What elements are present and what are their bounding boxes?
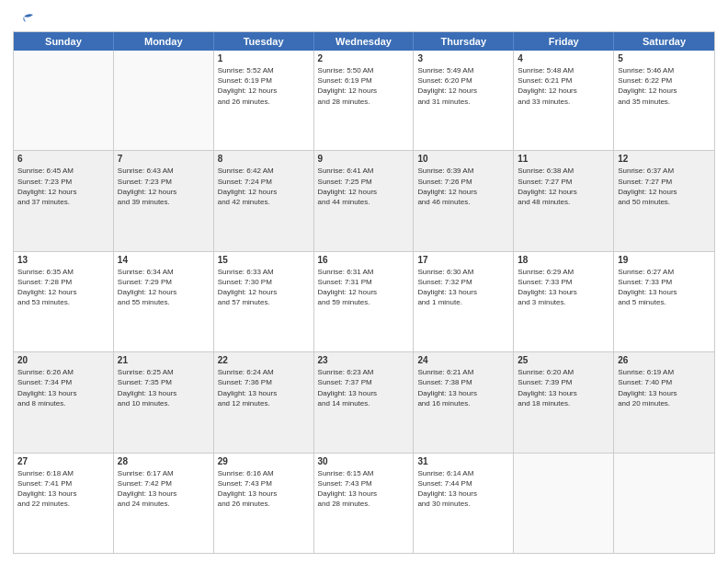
day-info: Sunrise: 6:14 AM Sunset: 7:44 PM Dayligh… <box>417 468 509 510</box>
day-info: Sunrise: 5:50 AM Sunset: 6:19 PM Dayligh… <box>318 65 410 107</box>
day-number: 12 <box>618 154 711 164</box>
calendar: SundayMondayTuesdayWednesdayThursdayFrid… <box>13 31 715 554</box>
day-number: 29 <box>218 456 310 466</box>
calendar-cell: 2Sunrise: 5:50 AM Sunset: 6:19 PM Daylig… <box>314 51 415 150</box>
day-info: Sunrise: 6:18 AM Sunset: 7:41 PM Dayligh… <box>17 468 109 510</box>
calendar-row-1: 1Sunrise: 5:52 AM Sunset: 6:19 PM Daylig… <box>14 51 714 151</box>
calendar-cell: 22Sunrise: 6:24 AM Sunset: 7:36 PM Dayli… <box>214 352 314 452</box>
day-number: 16 <box>318 255 410 265</box>
day-info: Sunrise: 6:35 AM Sunset: 7:28 PM Dayligh… <box>17 267 109 308</box>
page: SundayMondayTuesdayWednesdayThursdayFrid… <box>0 0 728 563</box>
calendar-cell: 7Sunrise: 6:43 AM Sunset: 7:23 PM Daylig… <box>114 151 214 250</box>
day-number: 20 <box>17 355 109 365</box>
calendar-cell: 17Sunrise: 6:30 AM Sunset: 7:32 PM Dayli… <box>414 252 514 351</box>
header-day-thursday: Thursday <box>414 32 514 51</box>
day-number: 26 <box>618 355 711 365</box>
day-number: 15 <box>218 255 310 265</box>
calendar-cell: 4Sunrise: 5:48 AM Sunset: 6:21 PM Daylig… <box>514 51 614 150</box>
day-info: Sunrise: 6:34 AM Sunset: 7:29 PM Dayligh… <box>118 267 210 308</box>
calendar-row-5: 27Sunrise: 6:18 AM Sunset: 7:41 PM Dayli… <box>14 454 714 553</box>
day-info: Sunrise: 6:41 AM Sunset: 7:25 PM Dayligh… <box>318 166 410 207</box>
day-info: Sunrise: 6:43 AM Sunset: 7:23 PM Dayligh… <box>118 166 210 207</box>
day-info: Sunrise: 6:39 AM Sunset: 7:26 PM Dayligh… <box>417 166 509 207</box>
day-info: Sunrise: 6:30 AM Sunset: 7:32 PM Dayligh… <box>417 267 509 308</box>
calendar-cell: 14Sunrise: 6:34 AM Sunset: 7:29 PM Dayli… <box>114 252 214 351</box>
calendar-cell: 11Sunrise: 6:38 AM Sunset: 7:27 PM Dayli… <box>514 151 614 250</box>
day-info: Sunrise: 5:46 AM Sunset: 6:22 PM Dayligh… <box>618 65 711 107</box>
day-number: 13 <box>17 255 109 265</box>
day-info: Sunrise: 6:17 AM Sunset: 7:42 PM Dayligh… <box>118 468 210 510</box>
day-info: Sunrise: 6:31 AM Sunset: 7:31 PM Dayligh… <box>318 267 410 308</box>
day-info: Sunrise: 6:29 AM Sunset: 7:33 PM Dayligh… <box>518 267 609 308</box>
calendar-cell: 8Sunrise: 6:42 AM Sunset: 7:24 PM Daylig… <box>214 151 314 250</box>
calendar-cell: 26Sunrise: 6:19 AM Sunset: 7:40 PM Dayli… <box>614 352 714 452</box>
calendar-cell: 19Sunrise: 6:27 AM Sunset: 7:33 PM Dayli… <box>614 252 714 351</box>
calendar-cell: 25Sunrise: 6:20 AM Sunset: 7:39 PM Dayli… <box>514 352 614 452</box>
calendar-cell: 3Sunrise: 5:49 AM Sunset: 6:20 PM Daylig… <box>414 51 514 150</box>
calendar-cell: 31Sunrise: 6:14 AM Sunset: 7:44 PM Dayli… <box>414 454 514 553</box>
day-info: Sunrise: 6:27 AM Sunset: 7:33 PM Dayligh… <box>618 267 711 308</box>
day-number: 17 <box>417 255 509 265</box>
day-number: 6 <box>17 154 109 164</box>
day-number: 8 <box>218 154 310 164</box>
day-info: Sunrise: 6:38 AM Sunset: 7:27 PM Dayligh… <box>518 166 609 207</box>
day-number: 14 <box>118 255 210 265</box>
calendar-cell: 28Sunrise: 6:17 AM Sunset: 7:42 PM Dayli… <box>114 454 214 553</box>
day-number: 9 <box>318 154 410 164</box>
calendar-cell: 27Sunrise: 6:18 AM Sunset: 7:41 PM Dayli… <box>14 454 114 553</box>
day-info: Sunrise: 5:48 AM Sunset: 6:21 PM Dayligh… <box>518 65 609 107</box>
day-number: 5 <box>618 53 711 63</box>
day-info: Sunrise: 6:21 AM Sunset: 7:38 PM Dayligh… <box>417 367 509 408</box>
day-info: Sunrise: 6:19 AM Sunset: 7:40 PM Dayligh… <box>618 367 711 408</box>
day-number: 1 <box>218 53 310 63</box>
calendar-row-4: 20Sunrise: 6:26 AM Sunset: 7:34 PM Dayli… <box>14 352 714 453</box>
day-number: 19 <box>618 255 711 265</box>
calendar-body: 1Sunrise: 5:52 AM Sunset: 6:19 PM Daylig… <box>14 51 714 553</box>
logo-bird-icon <box>15 13 35 29</box>
calendar-row-3: 13Sunrise: 6:35 AM Sunset: 7:28 PM Dayli… <box>14 252 714 352</box>
header-day-sunday: Sunday <box>14 32 114 51</box>
day-info: Sunrise: 6:45 AM Sunset: 7:23 PM Dayligh… <box>17 166 109 207</box>
calendar-cell: 30Sunrise: 6:15 AM Sunset: 7:43 PM Dayli… <box>314 454 415 553</box>
day-info: Sunrise: 6:20 AM Sunset: 7:39 PM Dayligh… <box>518 367 609 408</box>
calendar-cell: 15Sunrise: 6:33 AM Sunset: 7:30 PM Dayli… <box>214 252 314 351</box>
header-day-saturday: Saturday <box>614 32 714 51</box>
day-number: 7 <box>118 154 210 164</box>
calendar-header: SundayMondayTuesdayWednesdayThursdayFrid… <box>14 32 714 51</box>
day-number: 23 <box>318 355 410 365</box>
header-day-monday: Monday <box>114 32 214 51</box>
day-number: 3 <box>417 53 509 63</box>
day-number: 10 <box>417 154 509 164</box>
calendar-cell: 5Sunrise: 5:46 AM Sunset: 6:22 PM Daylig… <box>614 51 714 150</box>
calendar-cell <box>614 454 714 553</box>
day-info: Sunrise: 6:33 AM Sunset: 7:30 PM Dayligh… <box>218 267 310 308</box>
calendar-cell: 23Sunrise: 6:23 AM Sunset: 7:37 PM Dayli… <box>314 352 415 452</box>
day-number: 27 <box>17 456 109 466</box>
calendar-cell: 18Sunrise: 6:29 AM Sunset: 7:33 PM Dayli… <box>514 252 614 351</box>
calendar-cell: 12Sunrise: 6:37 AM Sunset: 7:27 PM Dayli… <box>614 151 714 250</box>
calendar-cell: 16Sunrise: 6:31 AM Sunset: 7:31 PM Dayli… <box>314 252 415 351</box>
calendar-cell: 13Sunrise: 6:35 AM Sunset: 7:28 PM Dayli… <box>14 252 114 351</box>
day-number: 24 <box>417 355 509 365</box>
calendar-cell <box>114 51 214 150</box>
day-number: 11 <box>518 154 609 164</box>
calendar-cell: 21Sunrise: 6:25 AM Sunset: 7:35 PM Dayli… <box>114 352 214 452</box>
day-info: Sunrise: 6:16 AM Sunset: 7:43 PM Dayligh… <box>218 468 310 510</box>
calendar-cell <box>514 454 614 553</box>
calendar-cell: 9Sunrise: 6:41 AM Sunset: 7:25 PM Daylig… <box>314 151 415 250</box>
header <box>13 9 715 26</box>
calendar-cell: 6Sunrise: 6:45 AM Sunset: 7:23 PM Daylig… <box>14 151 114 250</box>
day-number: 22 <box>218 355 310 365</box>
day-number: 28 <box>118 456 210 466</box>
day-info: Sunrise: 6:25 AM Sunset: 7:35 PM Dayligh… <box>118 367 210 408</box>
calendar-cell <box>14 51 114 150</box>
header-day-friday: Friday <box>514 32 614 51</box>
calendar-cell: 20Sunrise: 6:26 AM Sunset: 7:34 PM Dayli… <box>14 352 114 452</box>
day-number: 4 <box>518 53 609 63</box>
day-info: Sunrise: 6:15 AM Sunset: 7:43 PM Dayligh… <box>318 468 410 510</box>
calendar-row-2: 6Sunrise: 6:45 AM Sunset: 7:23 PM Daylig… <box>14 151 714 251</box>
calendar-cell: 29Sunrise: 6:16 AM Sunset: 7:43 PM Dayli… <box>214 454 314 553</box>
logo <box>13 9 35 26</box>
day-info: Sunrise: 6:24 AM Sunset: 7:36 PM Dayligh… <box>218 367 310 408</box>
calendar-cell: 10Sunrise: 6:39 AM Sunset: 7:26 PM Dayli… <box>414 151 514 250</box>
